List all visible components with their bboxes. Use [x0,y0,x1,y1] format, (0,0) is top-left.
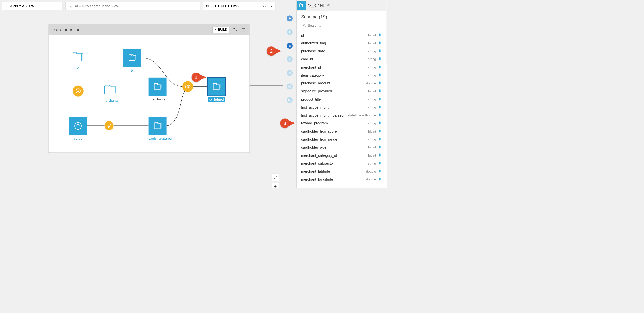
schema-column-row[interactable]: cardholder_fico_scorebigint [301,127,382,135]
column-action-icon[interactable] [378,113,382,118]
folder-icon [70,50,85,64]
flow-zone: Data ingestion BUILD tx [48,24,250,153]
column-type: bigint [368,129,376,133]
column-action-icon[interactable] [378,161,382,166]
rail-lab-button[interactable] [287,70,293,76]
schema-column-row[interactable]: purchase_amountdouble [301,79,382,87]
column-name: purchase_date [301,49,368,53]
svg-rect-77 [379,138,380,140]
apply-view-dropdown[interactable]: APPLY A VIEW [2,2,62,10]
svg-rect-24 [289,32,290,33]
select-all-items-dropdown[interactable]: SELECT ALL ITEMS 22 [203,2,276,10]
flow-search-box[interactable] [65,2,200,10]
schema-search-input[interactable] [308,24,380,28]
column-action-icon[interactable] [378,121,382,126]
column-name: first_active_month_parsed [301,113,348,117]
dataset-icon [208,78,226,96]
column-action-icon[interactable] [378,169,382,174]
dataset-node-cards[interactable]: cards [69,117,87,141]
column-action-icon[interactable] [378,57,382,61]
schema-column-row[interactable]: first_active_month_parseddatetime with z… [301,111,382,119]
recipe-prepare[interactable] [105,121,114,130]
dataset-node-cards-prepared[interactable]: cards_prepared [149,117,172,141]
schema-column-row[interactable]: merchant_subsectorstring [301,159,382,167]
svg-rect-50 [379,66,380,68]
column-action-icon[interactable] [378,97,382,102]
svg-rect-68 [379,114,380,116]
maximize-zone-button[interactable] [240,27,246,33]
schema-column-row[interactable]: merchant_latitudedouble [301,167,382,175]
column-action-icon[interactable] [378,105,382,110]
plus-icon [274,185,277,188]
rail-status-button[interactable] [287,56,293,62]
schema-column-row[interactable]: merchant_longitudedouble [301,175,382,183]
column-name: item_category [301,73,368,77]
flow-canvas[interactable]: tx tx merchants merchants [49,35,250,153]
recipe-download[interactable] [73,86,84,97]
rail-history-button[interactable] [287,83,293,89]
dataset-node-merchants[interactable]: merchants [149,78,167,101]
node-label: cards_prepared [149,137,172,141]
node-label: tx_joined [208,97,225,102]
column-action-icon[interactable] [378,33,382,38]
schema-search-box[interactable] [301,22,382,29]
column-action-icon[interactable] [378,65,382,70]
folder-node-tx[interactable]: tx [70,50,86,70]
folder-node-merchants[interactable]: merchants [102,83,119,103]
column-action-icon[interactable] [378,137,382,142]
column-type: datetime with zone [348,113,376,117]
schema-column-row[interactable]: cardholder_agebigint [301,143,382,151]
column-type: string [368,49,376,53]
dataset-node-tx-joined[interactable]: tx_joined [208,78,226,102]
dataset-icon [297,1,306,10]
schema-column-row[interactable]: idbigint [301,31,382,39]
expand-canvas-button[interactable] [272,174,279,181]
zoom-in-button[interactable] [272,183,279,188]
schema-column-row[interactable]: merchant_idstring [301,63,382,71]
copy-name-button[interactable] [327,3,330,7]
build-label: BUILD [218,28,227,32]
schema-column-row[interactable]: first_active_monthstring [301,103,382,111]
svg-rect-86 [379,162,380,164]
column-action-icon[interactable] [378,145,382,150]
copy-icon [327,3,330,7]
recipe-join[interactable] [182,81,193,92]
column-type: string [368,73,376,77]
column-action-icon[interactable] [378,81,382,85]
column-type: string [368,105,376,109]
svg-point-23 [289,31,290,32]
schema-column-row[interactable]: cardholder_fico_rangestring [301,135,382,143]
collapse-zone-button[interactable] [232,27,238,33]
column-action-icon[interactable] [378,41,382,45]
svg-rect-92 [379,178,380,180]
schema-column-row[interactable]: product_titlestring [301,95,382,103]
rail-discuss-button[interactable] [287,97,293,103]
schema-column-row[interactable]: card_idstring [301,55,382,63]
column-action-icon[interactable] [378,129,382,134]
dataset-node-tx[interactable]: tx [123,49,141,73]
column-name: id [301,33,368,37]
schema-column-row[interactable]: reward_programstring [301,119,382,127]
build-button[interactable]: BUILD [212,27,229,33]
column-action-icon[interactable] [378,177,382,182]
schema-column-row[interactable]: authorized_flagbigint [301,39,382,47]
column-action-icon[interactable] [378,73,382,78]
callout-number: 3 [280,118,289,128]
schema-title: Schema (19) [297,11,386,22]
column-action-icon[interactable] [378,153,382,158]
expand-icon [274,176,277,179]
flow-search-input[interactable] [75,4,197,8]
rail-add-button[interactable] [287,15,293,21]
svg-rect-35 [327,4,329,6]
schema-column-row[interactable]: purchase_datestring [301,47,382,55]
column-name: cardholder_fico_score [301,129,368,134]
svg-line-1 [71,7,72,8]
schema-column-row[interactable]: merchant_category_idbigint [301,151,382,160]
schema-column-row[interactable]: signature_providedbigint [301,87,382,95]
column-name: merchant_subsector [301,161,368,166]
column-action-icon[interactable] [378,89,382,93]
schema-column-row[interactable]: item_categorystring [301,71,382,79]
rail-schema-button[interactable] [287,43,293,49]
rail-info-button[interactable] [287,29,293,35]
column-action-icon[interactable] [378,49,382,53]
